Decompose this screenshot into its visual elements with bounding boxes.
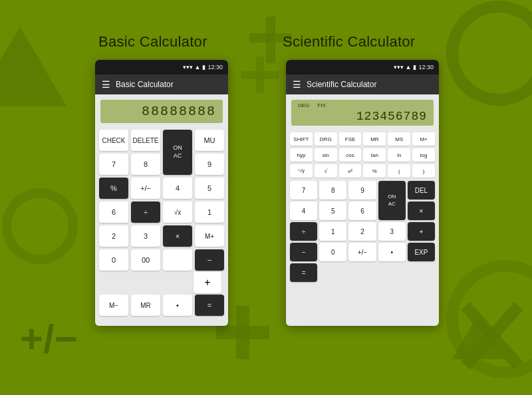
svg-rect-2 [236,306,249,359]
sci-btn-7[interactable]: 7 [290,181,317,199]
hyp-button[interactable]: hyp [290,148,313,162]
multiply-button[interactable]: × [163,225,192,247]
scientific-calculator-phone: ▾▾▾ ▲ ▮ 12:30 ☰ Scientific Calculator DE… [286,60,439,326]
btn-8[interactable]: 8 [131,154,160,175]
battery-icon: ▮ [202,64,205,70]
sci-time-display: 12:30 [418,64,434,70]
btn-4[interactable]: 4 [163,178,192,199]
time-display: 12:30 [207,64,223,70]
equals-button[interactable]: = [195,295,224,316]
svg-rect-13 [241,71,279,79]
svg-rect-12 [256,57,264,93]
svg-marker-0 [0,27,66,106]
svg-text:+/−: +/− [20,317,78,361]
btn-7[interactable]: 7 [99,154,128,175]
sci-btn-0[interactable]: 0 [319,243,346,261]
basic-display: 88888888 [100,100,223,123]
basic-display-value: 88888888 [107,104,216,119]
log-button[interactable]: log [412,148,435,162]
svg-rect-3 [216,326,269,339]
sci-on-ac-button[interactable]: ONAC [378,181,406,220]
cos-button[interactable]: cos [339,148,362,162]
fix-mode: FIX [317,102,325,108]
sci-btn-3[interactable]: 3 [378,222,406,241]
svg-point-6 [452,266,532,372]
percent-button[interactable]: % [99,178,128,199]
plus-minus-button[interactable]: +/− [131,178,160,199]
sci-plus-button[interactable]: + [408,222,435,241]
x-squared-button[interactable]: x² [339,164,362,178]
on-ac-button[interactable]: ONAC [163,130,192,175]
sin-button[interactable]: sin [315,148,337,162]
ms-button[interactable]: MS [388,132,410,146]
sci-status-icons: ▾▾▾ ▲ ▮ 12:30 [394,64,434,70]
plus-row: + [95,272,228,295]
dot-button[interactable]: • [163,295,192,316]
sci-top-row2: hyp sin cos tan ln log [286,147,439,163]
fse-button[interactable]: FSE [339,132,362,146]
sci-wifi-icon: ▲ [406,64,412,70]
btn-00[interactable]: 00 [131,249,160,271]
sci-top-row1: SHIFT DRG FSE MR MS M+ [286,131,439,147]
sci-main-grid: 7 8 9 ONAC DEL 4 5 6 × ÷ 1 2 3 + − 0 +/−… [286,179,439,285]
svg-point-11 [7,193,73,259]
percent-sci-button[interactable]: % [363,164,386,178]
drg-button[interactable]: DRG [315,132,337,146]
btn-3[interactable]: 3 [131,225,160,247]
m-plus-button[interactable]: M+ [195,225,224,247]
sci-display-value: 123456789 [298,110,427,123]
open-paren-button[interactable]: ( [388,164,410,178]
sci-btn-1[interactable]: 1 [319,222,346,241]
btn-1[interactable]: 1 [195,201,224,223]
menu-icon[interactable]: ☰ [102,80,110,89]
sci-divide-button[interactable]: ÷ [290,222,317,241]
sci-display: DEG FIX 123456789 [291,100,434,126]
tan-button[interactable]: tan [363,148,386,162]
shift-button[interactable]: SHIFT [290,132,313,146]
sci-minus-button[interactable]: − [290,243,317,261]
svg-line-4 [466,306,519,366]
basic-app-title: Basic Calculator [116,80,174,89]
mr-sci-button[interactable]: MR [363,132,386,146]
sci-equals-button[interactable]: = [290,263,317,282]
wifi-icon: ▲ [195,64,201,70]
sci-exp-button[interactable]: EXP [408,243,435,261]
basic-button-grid: CHECK DELETE ONAC MU 7 8 9 % +/− 4 5 6 ÷… [95,128,228,272]
btn-0[interactable]: 0 [99,249,128,271]
ln-button[interactable]: ln [388,148,410,162]
minus-button[interactable]: − [195,249,224,271]
sci-dot-button[interactable]: • [378,243,406,261]
btn-6[interactable]: 6 [99,201,128,223]
sci-menu-icon[interactable]: ☰ [293,80,301,89]
svg-marker-9 [452,313,505,359]
sci-btn-4[interactable]: 4 [290,201,317,220]
check-button[interactable]: CHECK [99,130,128,151]
btn-9[interactable]: 9 [195,154,224,175]
sci-status-bar: ▾▾▾ ▲ ▮ 12:30 [286,60,439,74]
m-minus-button[interactable]: M− [99,295,128,316]
sci-btn-8[interactable]: 8 [319,181,346,199]
mu-button[interactable]: MU [195,130,224,151]
sci-btn-6[interactable]: 6 [348,201,376,220]
sci-del-button[interactable]: DEL [408,181,435,199]
close-paren-button[interactable]: ) [412,164,435,178]
xrooty-button[interactable]: ˣ√y [290,164,313,178]
plus-button[interactable]: + [194,272,221,293]
btn-5[interactable]: 5 [195,178,224,199]
divide-button[interactable]: ÷ [131,201,160,223]
sci-btn-9[interactable]: 9 [348,181,376,199]
sci-multiply-button[interactable]: × [408,201,435,220]
sci-app-bar: ☰ Scientific Calculator [286,74,439,94]
sqrt-button[interactable]: √x [163,201,192,223]
sci-plus-minus-button[interactable]: +/− [348,243,376,261]
btn-2[interactable]: 2 [99,225,128,247]
sqrt-sci-button[interactable]: √ [315,164,337,178]
sci-btn-2[interactable]: 2 [348,222,376,241]
sci-btn-5[interactable]: 5 [319,201,346,220]
basic-calculator-phone: ▾▾▾ ▲ ▮ 12:30 ☰ Basic Calculator 8888888… [95,60,228,326]
sci-display-modes: DEG FIX [298,102,427,108]
mr-button[interactable]: MR [131,295,160,316]
sci-signal-icon: ▾▾▾ [394,64,404,70]
delete-button[interactable]: DELETE [131,130,160,151]
m-plus-sci-button[interactable]: M+ [412,132,435,146]
